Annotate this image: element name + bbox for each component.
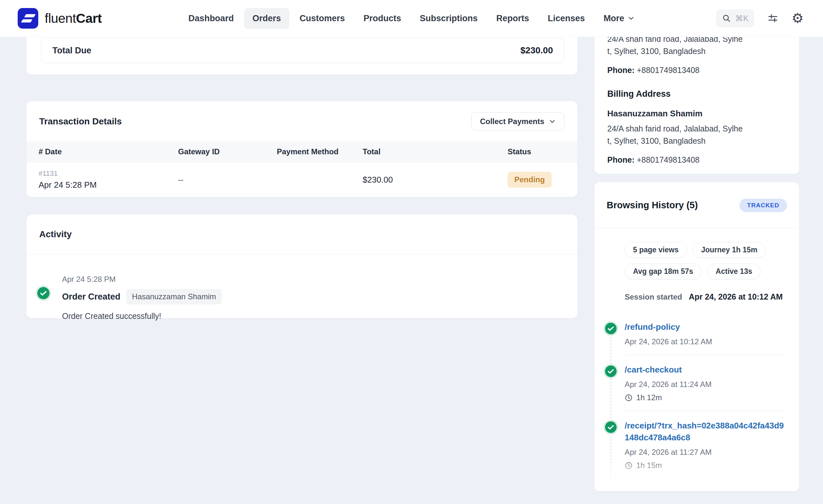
- nav-item-more[interactable]: More: [595, 8, 643, 29]
- stat-chip-journey: Journey 1h 15m: [693, 242, 766, 258]
- visit-duration: 1h 12m: [636, 393, 662, 402]
- nav-item-subscriptions[interactable]: Subscriptions: [412, 8, 486, 29]
- top-nav: fluentCart Dashboard Orders Customers Pr…: [0, 0, 823, 37]
- session-stat-chips: 5 page views Journey 1h 15m Avg gap 18m …: [625, 242, 776, 279]
- col-gateway-id: Gateway ID: [178, 147, 277, 156]
- phone-label: Phone:: [607, 65, 635, 74]
- nav-right-actions: ⌘K ⚙: [716, 0, 804, 37]
- stat-chip-avg-gap: Avg gap 18m 57s: [625, 264, 701, 279]
- visit-check-icon: [605, 323, 617, 334]
- event-title-row: Order Created Hasanuzzaman Shamim: [62, 289, 564, 304]
- timeline-dashed-line: [611, 324, 611, 491]
- browsing-history-card: Browsing History (5) TRACKED 5 page view…: [595, 182, 799, 491]
- nav-more-label: More: [604, 13, 624, 23]
- billing-phone: Phone: +8801749813408: [607, 155, 786, 165]
- nav-item-dashboard[interactable]: Dashboard: [180, 8, 242, 29]
- col-total: Total: [363, 147, 508, 156]
- transaction-total: $230.00: [363, 175, 508, 185]
- transaction-id: #1131: [39, 169, 178, 178]
- visit-path-link[interactable]: /cart-checkout: [625, 365, 682, 374]
- stat-chip-page-views: 5 page views: [625, 242, 687, 258]
- fluentcart-order-page: fluentCart Dashboard Orders Customers Pr…: [0, 0, 823, 504]
- nav-item-licenses[interactable]: Licenses: [539, 8, 594, 29]
- billing-address-title: Billing Address: [607, 89, 786, 99]
- nav-item-products[interactable]: Products: [355, 8, 409, 29]
- phone-value: +8801749813408: [637, 155, 699, 164]
- main-nav: Dashboard Orders Customers Products Subs…: [180, 0, 643, 37]
- activity-event: Apr 24 5:28 PM Order Created Hasanuzzama…: [26, 254, 578, 321]
- order-summary-card: Total Due $230.00: [26, 37, 578, 74]
- transaction-details-card: Transaction Details Collect Payments # D…: [26, 101, 578, 197]
- visit-item: /about/: [625, 479, 786, 491]
- billing-address-line: t, Sylhet, 3100, Bangladesh: [607, 135, 786, 147]
- shipping-address-line: 24/A shah farid road, Jalalabad, Sylhe: [607, 37, 786, 45]
- settings-gear-icon[interactable]: ⚙: [792, 12, 804, 25]
- visit-time: Apr 24, 2026 at 10:12 AM: [625, 337, 786, 346]
- collect-payments-label: Collect Payments: [480, 117, 544, 126]
- transaction-date: Apr 24 5:28 PM: [39, 180, 178, 190]
- session-started-row: Session started Apr 24, 2026 at 10:12 AM: [625, 292, 786, 302]
- nav-item-reports[interactable]: Reports: [488, 8, 537, 29]
- chevron-down-icon: [549, 118, 556, 125]
- visit-path-link[interactable]: /about/: [625, 489, 652, 491]
- browsing-history-header: Browsing History (5) TRACKED: [595, 182, 799, 228]
- transaction-gateway-id: --: [178, 175, 277, 184]
- chevron-down-icon: [628, 15, 635, 22]
- stat-chip-active: Active 13s: [707, 264, 761, 279]
- transaction-status-cell: Pending: [508, 172, 565, 188]
- nav-item-customers[interactable]: Customers: [291, 8, 353, 29]
- visit-item: /cart-checkout Apr 24, 2026 at 11:24 AM …: [625, 355, 786, 411]
- collect-payments-button[interactable]: Collect Payments: [471, 112, 564, 131]
- col-date: # Date: [39, 147, 178, 156]
- total-due-label: Total Due: [52, 46, 91, 55]
- browsing-history-body: 5 page views Journey 1h 15m Avg gap 18m …: [595, 228, 799, 491]
- visit-path-link[interactable]: /receipt/?trx_hash=02e388a04c42fa43d9148…: [625, 421, 784, 442]
- visit-duration: 1h 15m: [636, 461, 662, 470]
- visit-item: /receipt/?trx_hash=02e388a04c42fa43d9148…: [625, 411, 786, 479]
- visit-item: /refund-policy Apr 24, 2026 at 10:12 AM: [625, 312, 786, 355]
- customer-addresses-card: 24/A shah farid road, Jalalabad, Sylhe t…: [595, 37, 799, 174]
- visit-timeline: /refund-policy Apr 24, 2026 at 10:12 AM …: [625, 312, 786, 491]
- transaction-details-header: Transaction Details Collect Payments: [26, 101, 578, 141]
- visit-duration-row: 1h 12m: [625, 393, 786, 402]
- session-started-label: Session started: [625, 293, 682, 301]
- event-actor-badge: Hasanuzzaman Shamim: [126, 289, 222, 304]
- right-sidebar: 24/A shah farid road, Jalalabad, Sylhe t…: [595, 37, 799, 491]
- transaction-date-cell: #1131 Apr 24 5:28 PM: [39, 169, 178, 190]
- filters-sliders-icon[interactable]: [767, 13, 779, 24]
- phone-label: Phone:: [607, 155, 635, 164]
- visit-check-icon: [605, 365, 617, 377]
- transaction-row[interactable]: #1131 Apr 24 5:28 PM -- $230.00 Pending: [26, 162, 578, 197]
- clock-icon: [625, 462, 633, 470]
- activity-card: Activity Apr 24 5:28 PM Order Created Ha…: [26, 215, 578, 318]
- activity-title: Activity: [39, 229, 72, 239]
- shipping-phone: Phone: +8801749813408: [607, 65, 786, 75]
- event-time: Apr 24 5:28 PM: [62, 275, 564, 284]
- visit-check-icon: [605, 422, 617, 433]
- nav-item-orders[interactable]: Orders: [244, 8, 289, 29]
- billing-address: 24/A shah farid road, Jalalabad, Sylhe t…: [607, 123, 786, 147]
- visit-path-link[interactable]: /refund-policy: [625, 322, 680, 332]
- search-button[interactable]: ⌘K: [716, 9, 755, 27]
- clock-icon: [625, 394, 633, 402]
- col-payment-method: Payment Method: [277, 147, 363, 156]
- tracked-badge: TRACKED: [739, 199, 787, 212]
- main-content: Total Due $230.00 Transaction Details Co…: [26, 37, 578, 318]
- fluentcart-logo-icon: [18, 8, 38, 29]
- search-shortcut-hint: ⌘K: [735, 14, 749, 23]
- col-status: Status: [508, 147, 565, 156]
- brand-name: fluentCart: [45, 11, 102, 26]
- event-title: Order Created: [62, 292, 121, 302]
- billing-address-line: 24/A shah farid road, Jalalabad, Sylhe: [607, 123, 786, 135]
- session-started-value: Apr 24, 2026 at 10:12 AM: [689, 292, 783, 301]
- billing-name: Hasanuzzaman Shamim: [607, 109, 786, 119]
- total-due-value: $230.00: [520, 45, 553, 55]
- success-check-icon: [37, 287, 49, 299]
- event-message: Order Created successfully!: [62, 312, 564, 321]
- browsing-history-title: Browsing History (5): [607, 200, 698, 210]
- search-icon: [722, 13, 731, 23]
- activity-header: Activity: [26, 215, 578, 254]
- brand[interactable]: fluentCart: [18, 0, 102, 37]
- visit-duration-row: 1h 15m: [625, 461, 786, 470]
- total-due-row: Total Due $230.00: [41, 38, 564, 63]
